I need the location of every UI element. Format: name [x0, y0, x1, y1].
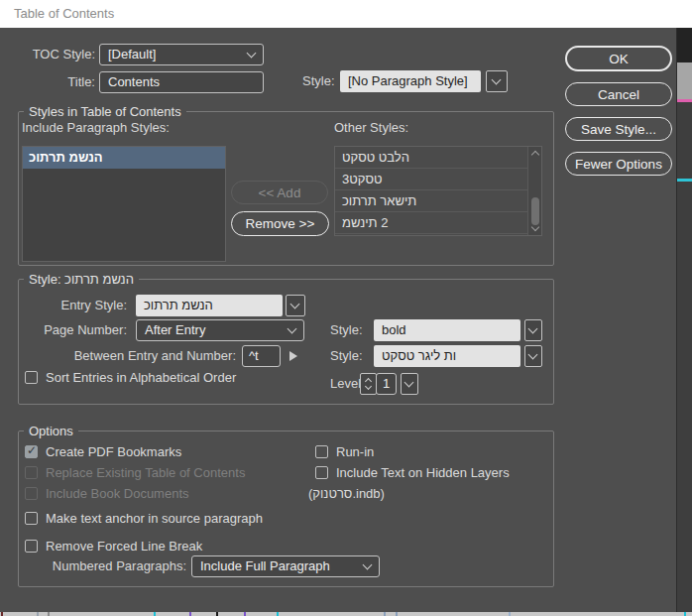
remove-button[interactable]: Remove >>	[231, 211, 329, 236]
chevron-down-icon	[364, 383, 371, 390]
options-group-legend: Options	[24, 424, 78, 438]
remove-forced-line-break-label: Remove Forced Line Break	[46, 539, 202, 554]
include-paragraph-styles-list[interactable]: כותרת משנה	[22, 146, 226, 262]
between-entry-number-label: Between Entry and Number:	[20, 345, 236, 367]
title-label: Title:	[20, 71, 95, 93]
run-in-label: Run-in	[336, 444, 374, 459]
book-filename: (קונטרס.indb)	[308, 486, 385, 501]
other-style-item[interactable]: 3טקסט	[335, 169, 527, 190]
background-panel	[677, 182, 692, 612]
cancel-button[interactable]: Cancel	[565, 82, 672, 106]
other-styles-scrollbar[interactable]	[527, 147, 541, 235]
remove-forced-line-break-checkbox[interactable]	[25, 540, 38, 553]
level-dropdown[interactable]	[401, 373, 418, 395]
ruler-tick	[384, 612, 386, 616]
sort-entries-checkbox[interactable]	[25, 371, 38, 384]
other-styles-label: Other Styles:	[334, 117, 408, 139]
include-book-documents-checkbox	[25, 487, 38, 500]
between-style-dropdown[interactable]: טקסט רגיל תו	[374, 345, 520, 367]
page-number-value: After Entry	[145, 322, 205, 337]
add-button: << Add	[231, 181, 328, 204]
level-value[interactable]: 1	[376, 373, 397, 395]
include-hidden-layers-checkbox[interactable]	[315, 466, 328, 479]
title-input[interactable]: Contents	[99, 71, 264, 93]
level-stepper[interactable]	[360, 373, 377, 395]
ruler-tick	[509, 612, 511, 616]
scroll-up-icon[interactable]	[530, 151, 538, 159]
include-style-item[interactable]: כותרת משנה	[23, 147, 225, 169]
sort-entries-label: Sort Entries in Alphabetical Order	[46, 370, 236, 385]
include-hidden-layers-label: Include Text on Hidden Layers	[336, 465, 510, 480]
background-panel	[677, 102, 692, 179]
window-title: Table of Contents	[14, 6, 114, 21]
page-number-dropdown[interactable]: After Entry	[136, 319, 304, 341]
entry-style-label: Entry Style:	[20, 295, 127, 316]
entry-style-dropdown[interactable]: כותרת משנה	[136, 295, 283, 316]
run-in-checkbox[interactable]	[315, 445, 328, 458]
window-titlebar[interactable]: Table of Contents	[0, 0, 692, 28]
ruler-tick	[189, 612, 191, 616]
include-book-documents-label: Include Book Documents	[46, 486, 189, 501]
ruler-tick	[37, 612, 39, 616]
numbered-paragraphs-value: Include Full Paragraph	[200, 558, 330, 573]
create-pdf-bookmarks-label: Create PDF Bookmarks	[46, 444, 181, 459]
replace-existing-toc-label: Replace Existing Table of Contents	[46, 465, 245, 480]
paragraph-style-dropdown[interactable]: [No Paragraph Style]	[340, 70, 481, 92]
ruler-tick	[48, 612, 50, 616]
toc-style-value: [Default]	[108, 47, 156, 62]
background-pasteboard	[677, 62, 692, 99]
ruler-tick	[244, 612, 246, 616]
ruler-tick	[1, 612, 3, 616]
between-style-label: Style:	[330, 345, 363, 367]
ruler-tick	[216, 612, 218, 616]
fewer-options-button[interactable]: Fewer Options	[565, 152, 672, 176]
other-styles-list[interactable]: טקסט טבלה 3טקסט כותרת ראשית משנית 2	[334, 146, 542, 236]
numbered-paragraphs-dropdown[interactable]: Include Full Paragraph	[191, 555, 380, 577]
ruler-tick	[396, 612, 398, 616]
toc-style-dropdown[interactable]: [Default]	[99, 44, 264, 65]
title-value: Contents	[108, 74, 160, 89]
include-paragraph-styles-label: Include Paragraph Styles:	[22, 117, 170, 139]
between-entry-number-input[interactable]: ^t	[242, 345, 281, 367]
document-ruler-strip	[0, 612, 692, 616]
replace-existing-toc-checkbox	[25, 466, 38, 479]
paragraph-style-chevron[interactable]	[486, 70, 508, 92]
between-style-chevron[interactable]	[524, 345, 542, 367]
make-text-anchor-checkbox[interactable]	[25, 512, 38, 525]
paragraph-style-label: Style:	[302, 70, 335, 92]
style-group-legend: Style: כותרת משנה	[24, 272, 139, 287]
page-style-label: Style:	[330, 319, 363, 341]
entry-style-chevron[interactable]	[286, 295, 305, 316]
toc-style-label: TOC Style:	[20, 44, 95, 65]
background-panel	[677, 28, 692, 62]
other-style-item[interactable]: כותרת ראשית	[335, 190, 527, 212]
other-style-item[interactable]: משנית 2	[335, 212, 527, 234]
ok-button[interactable]: OK	[565, 46, 672, 71]
ruler-tick	[684, 612, 686, 616]
page-number-label: Page Number:	[20, 319, 127, 341]
ruler-tick	[277, 612, 279, 616]
page-number-style-dropdown[interactable]: bold	[374, 319, 520, 341]
ruler-tick	[154, 612, 156, 616]
special-characters-menu-icon[interactable]	[289, 351, 297, 361]
paragraph-style-value: [No Paragraph Style]	[348, 73, 468, 88]
scrollbar-thumb[interactable]	[531, 197, 539, 225]
create-pdf-bookmarks-checkbox[interactable]	[25, 445, 38, 458]
toc-dialog: TOC Style: [Default] Title: Contents Sty…	[0, 28, 677, 612]
numbered-paragraphs-label: Numbered Paragraphs:	[20, 555, 186, 577]
other-style-item[interactable]: טקסט טבלה	[335, 147, 527, 169]
page-style-chevron[interactable]	[524, 319, 542, 341]
save-style-button[interactable]: Save Style...	[565, 117, 672, 141]
make-text-anchor-label: Make text anchor in source paragraph	[46, 511, 263, 526]
